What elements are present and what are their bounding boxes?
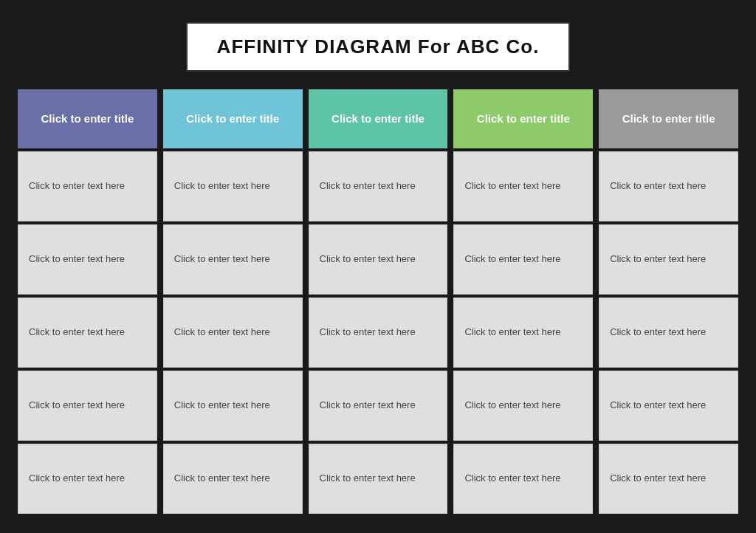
column-4-header-text: Click to enter title — [477, 111, 570, 126]
column-4-header[interactable]: Click to enter title — [453, 89, 593, 148]
card-text-col5-row1: Click to enter text here — [610, 179, 706, 193]
card-text-col1-row1: Click to enter text here — [29, 179, 125, 193]
card-col3-row3[interactable]: Click to enter text here — [309, 298, 448, 368]
card-col2-row3[interactable]: Click to enter text here — [163, 298, 303, 368]
card-text-col4-row4: Click to enter text here — [464, 399, 560, 412]
card-col5-row2[interactable]: Click to enter text here — [599, 224, 738, 295]
column-5: Click to enter titleClick to enter text … — [599, 89, 738, 514]
column-3-header[interactable]: Click to enter title — [309, 89, 448, 148]
card-text-col3-row2: Click to enter text here — [320, 252, 416, 266]
card-text-col5-row3: Click to enter text here — [610, 326, 706, 339]
column-4: Click to enter titleClick to enter text … — [453, 89, 593, 514]
card-col5-row1[interactable]: Click to enter text here — [599, 151, 738, 221]
card-col2-row2[interactable]: Click to enter text here — [163, 224, 303, 295]
card-text-col3-row1: Click to enter text here — [320, 179, 416, 193]
card-col1-row4[interactable]: Click to enter text here — [18, 371, 157, 441]
card-text-col4-row3: Click to enter text here — [464, 326, 560, 339]
column-5-header-text: Click to enter title — [622, 111, 715, 126]
card-text-col2-row4: Click to enter text here — [174, 399, 270, 412]
column-2-header-text: Click to enter title — [186, 111, 279, 126]
card-text-col2-row3: Click to enter text here — [174, 326, 270, 339]
card-text-col3-row5: Click to enter text here — [320, 472, 416, 485]
card-text-col4-row1: Click to enter text here — [464, 179, 560, 193]
card-col1-row2[interactable]: Click to enter text here — [18, 224, 157, 295]
card-col2-row1[interactable]: Click to enter text here — [163, 151, 303, 221]
card-text-col2-row1: Click to enter text here — [174, 179, 270, 193]
card-col4-row5[interactable]: Click to enter text here — [453, 444, 593, 514]
card-col3-row1[interactable]: Click to enter text here — [309, 151, 448, 221]
column-2-header[interactable]: Click to enter title — [163, 89, 303, 148]
card-col5-row4[interactable]: Click to enter text here — [599, 371, 738, 441]
column-5-header[interactable]: Click to enter title — [599, 89, 738, 148]
card-text-col1-row4: Click to enter text here — [29, 399, 125, 412]
card-text-col5-row4: Click to enter text here — [610, 399, 706, 412]
card-text-col4-row2: Click to enter text here — [464, 252, 560, 266]
card-text-col3-row3: Click to enter text here — [320, 326, 416, 339]
card-col3-row4[interactable]: Click to enter text here — [309, 371, 448, 441]
card-text-col2-row5: Click to enter text here — [174, 472, 270, 485]
card-col5-row5[interactable]: Click to enter text here — [599, 444, 738, 514]
card-text-col1-row2: Click to enter text here — [29, 252, 125, 266]
card-col1-row5[interactable]: Click to enter text here — [18, 444, 157, 514]
card-col2-row5[interactable]: Click to enter text here — [163, 444, 303, 514]
card-col4-row3[interactable]: Click to enter text here — [453, 298, 593, 368]
card-text-col5-row5: Click to enter text here — [610, 472, 706, 485]
main-title: AFFINITY DIAGRAM For ABC Co. — [217, 35, 540, 58]
card-text-col3-row4: Click to enter text here — [320, 399, 416, 412]
column-1-header[interactable]: Click to enter title — [18, 89, 157, 148]
title-box[interactable]: AFFINITY DIAGRAM For ABC Co. — [186, 22, 571, 72]
card-text-col2-row2: Click to enter text here — [174, 252, 270, 266]
card-col2-row4[interactable]: Click to enter text here — [163, 371, 303, 441]
card-col1-row3[interactable]: Click to enter text here — [18, 298, 157, 368]
diagram-container: Click to enter titleClick to enter text … — [15, 89, 741, 514]
card-col5-row3[interactable]: Click to enter text here — [599, 298, 738, 368]
card-col3-row2[interactable]: Click to enter text here — [309, 224, 448, 295]
card-text-col1-row3: Click to enter text here — [29, 326, 125, 339]
card-col1-row1[interactable]: Click to enter text here — [18, 151, 157, 221]
column-3: Click to enter titleClick to enter text … — [309, 89, 448, 514]
card-col4-row1[interactable]: Click to enter text here — [453, 151, 593, 221]
column-3-header-text: Click to enter title — [331, 111, 425, 126]
column-2: Click to enter titleClick to enter text … — [163, 89, 303, 514]
card-col3-row5[interactable]: Click to enter text here — [309, 444, 448, 514]
card-col4-row4[interactable]: Click to enter text here — [453, 371, 593, 441]
column-1: Click to enter titleClick to enter text … — [18, 89, 157, 514]
card-text-col1-row5: Click to enter text here — [29, 472, 125, 485]
card-text-col4-row5: Click to enter text here — [464, 472, 560, 485]
card-col4-row2[interactable]: Click to enter text here — [453, 224, 593, 295]
card-text-col5-row2: Click to enter text here — [610, 252, 706, 266]
column-1-header-text: Click to enter title — [41, 111, 134, 126]
